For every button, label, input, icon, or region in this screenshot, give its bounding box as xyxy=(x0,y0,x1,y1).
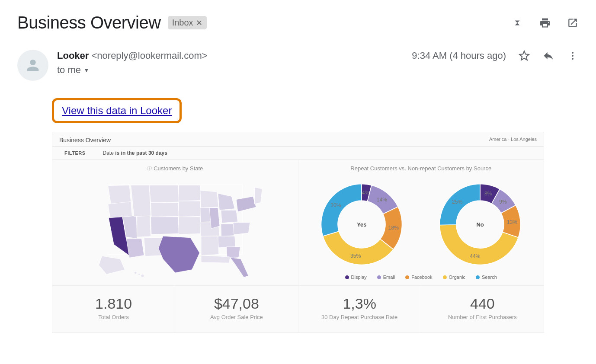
svg-text:8%: 8% xyxy=(484,191,492,197)
inbox-label-text: Inbox xyxy=(172,18,193,28)
view-in-looker-link[interactable]: View this data in Looker xyxy=(62,105,172,116)
remove-label-icon[interactable]: ✕ xyxy=(196,18,202,28)
donut-no-label: No xyxy=(476,221,484,228)
print-icon[interactable] xyxy=(539,17,551,29)
open-in-new-icon[interactable] xyxy=(567,17,579,29)
dashboard-card: Business Overview America - Los Angeles … xyxy=(52,132,544,333)
svg-point-0 xyxy=(572,52,574,54)
dashboard-timezone: America - Los Angeles xyxy=(489,137,537,144)
svg-text:18%: 18% xyxy=(388,225,399,231)
stat-value: 440 xyxy=(426,295,539,312)
svg-text:30%: 30% xyxy=(331,202,341,208)
sender-name: Looker xyxy=(57,50,89,61)
svg-point-4 xyxy=(134,271,137,274)
filter-description: Date is in the past 30 days xyxy=(103,150,167,156)
svg-text:44%: 44% xyxy=(470,253,480,259)
info-icon: ⓘ xyxy=(147,165,152,172)
svg-text:35%: 35% xyxy=(350,253,361,259)
svg-text:13%: 13% xyxy=(507,219,517,225)
sender-email: <noreply@lookermail.com> xyxy=(91,50,207,61)
recipient-details-dropdown-icon[interactable]: ▼ xyxy=(83,67,90,73)
reply-icon[interactable] xyxy=(542,50,554,62)
collapse-icon[interactable] xyxy=(511,17,523,29)
donut-yes-label: Yes xyxy=(357,221,366,228)
donut-no: 8%9%13%44%25% No xyxy=(433,177,528,272)
to-recipient: to me xyxy=(57,64,81,76)
svg-point-6 xyxy=(141,274,144,277)
star-icon[interactable] xyxy=(518,50,530,62)
stat-2: 1,3%30 Day Repeat Purchase Rate xyxy=(298,286,421,332)
more-vert-icon[interactable] xyxy=(567,50,579,62)
us-map xyxy=(89,175,262,279)
repeat-vs-nonrepeat-panel: Repeat Customers vs. Non-repeat Customer… xyxy=(298,160,544,285)
stat-label: Avg Order Sale Price xyxy=(179,314,293,320)
svg-point-1 xyxy=(572,55,574,57)
sender-avatar[interactable] xyxy=(17,50,48,81)
svg-point-2 xyxy=(572,58,574,60)
view-in-looker-highlight: View this data in Looker xyxy=(52,98,182,123)
stat-value: 1,3% xyxy=(303,295,417,312)
panel2-title: Repeat Customers vs. Non-repeat Customer… xyxy=(350,165,491,172)
stat-label: Number of First Purchasers xyxy=(426,314,539,320)
stat-3: 440Number of First Purchasers xyxy=(421,286,544,332)
filters-label: FILTERS xyxy=(64,150,86,156)
dashboard-title: Business Overview xyxy=(59,137,111,144)
svg-text:14%: 14% xyxy=(377,197,387,203)
stat-1: $47,08Avg Order Sale Price xyxy=(175,286,298,332)
stat-0: 1.810Total Orders xyxy=(52,286,175,332)
email-subject: Business Overview xyxy=(17,13,161,32)
donut-yes: 4%14%18%35%30% Yes xyxy=(314,177,409,272)
stat-label: 30 Day Repeat Purchase Rate xyxy=(303,314,417,320)
inbox-label-chip[interactable]: Inbox ✕ xyxy=(168,16,207,29)
stat-value: 1.810 xyxy=(57,295,170,312)
svg-text:25%: 25% xyxy=(452,199,462,205)
stat-label: Total Orders xyxy=(57,314,170,320)
svg-text:9%: 9% xyxy=(499,199,507,205)
customers-by-state-panel: ⓘ Customers by State xyxy=(52,160,298,285)
stat-value: $47,08 xyxy=(179,295,293,312)
svg-point-5 xyxy=(138,273,140,275)
svg-text:4%: 4% xyxy=(362,190,370,196)
panel1-title: Customers by State xyxy=(154,165,203,172)
donut-legend: Display Email Facebook Organic Search xyxy=(303,272,540,281)
email-timestamp: 9:34 AM (4 hours ago) xyxy=(412,50,506,61)
